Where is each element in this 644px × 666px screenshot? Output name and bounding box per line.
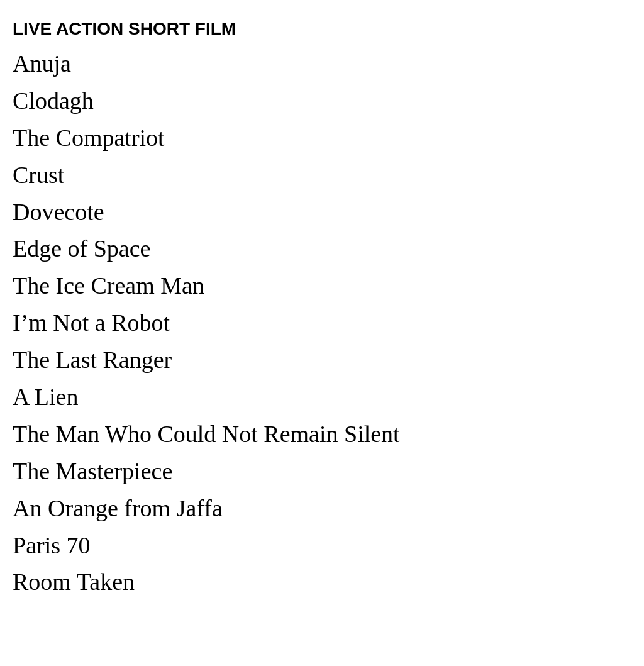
list-item: I’m Not a Robot (13, 304, 631, 341)
list-item: Paris 70 (13, 527, 631, 564)
list-item: Crust (13, 157, 631, 194)
list-item: Edge of Space (13, 230, 631, 267)
film-list: AnujaClodaghThe CompatriotCrustDovecoteE… (13, 45, 631, 601)
list-item: The Ice Cream Man (13, 267, 631, 304)
list-item: An Orange from Jaffa (13, 490, 631, 527)
list-item: Dovecote (13, 194, 631, 231)
list-item: The Man Who Could Not Remain Silent (13, 416, 631, 453)
list-item: Anuja (13, 45, 631, 82)
list-item: The Masterpiece (13, 453, 631, 490)
list-item: The Compatriot (13, 119, 631, 157)
list-item: Room Taken (13, 563, 631, 601)
category-title: LIVE ACTION SHORT FILM (13, 19, 631, 39)
list-item: A Lien (13, 379, 631, 416)
list-item: The Last Ranger (13, 341, 631, 379)
list-item: Clodagh (13, 82, 631, 119)
